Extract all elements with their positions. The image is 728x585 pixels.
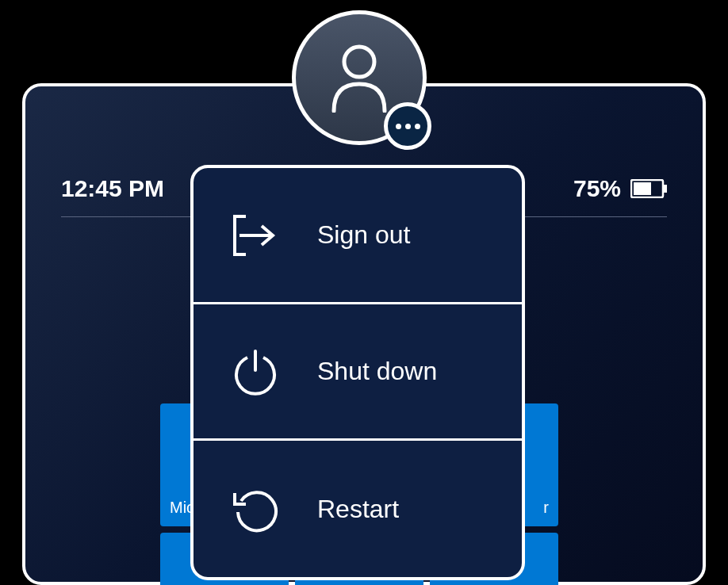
- more-options-button[interactable]: [384, 102, 431, 150]
- svg-point-3: [344, 47, 374, 77]
- restart-icon: [232, 485, 279, 533]
- power-menu: Sign out Shut down Restart: [190, 165, 525, 580]
- svg-rect-2: [634, 182, 651, 195]
- restart-button[interactable]: Restart: [193, 441, 522, 577]
- battery-icon: [630, 179, 667, 198]
- svg-rect-1: [664, 185, 667, 193]
- dot-icon: [396, 124, 401, 129]
- battery-status: 75%: [573, 175, 667, 202]
- dot-icon: [415, 124, 420, 129]
- clock-time: 12:45 PM: [61, 175, 164, 202]
- dot-icon: [405, 124, 411, 129]
- power-icon: [232, 348, 279, 396]
- user-avatar-group: [292, 10, 427, 145]
- shut-down-label: Shut down: [317, 357, 437, 386]
- person-icon: [328, 43, 391, 113]
- shut-down-button[interactable]: Shut down: [193, 304, 522, 441]
- sign-out-icon: [232, 212, 279, 259]
- restart-label: Restart: [317, 495, 399, 524]
- tile-label: r: [543, 499, 549, 517]
- battery-percent: 75%: [573, 175, 621, 202]
- sign-out-button[interactable]: Sign out: [193, 168, 522, 304]
- sign-out-label: Sign out: [317, 220, 410, 250]
